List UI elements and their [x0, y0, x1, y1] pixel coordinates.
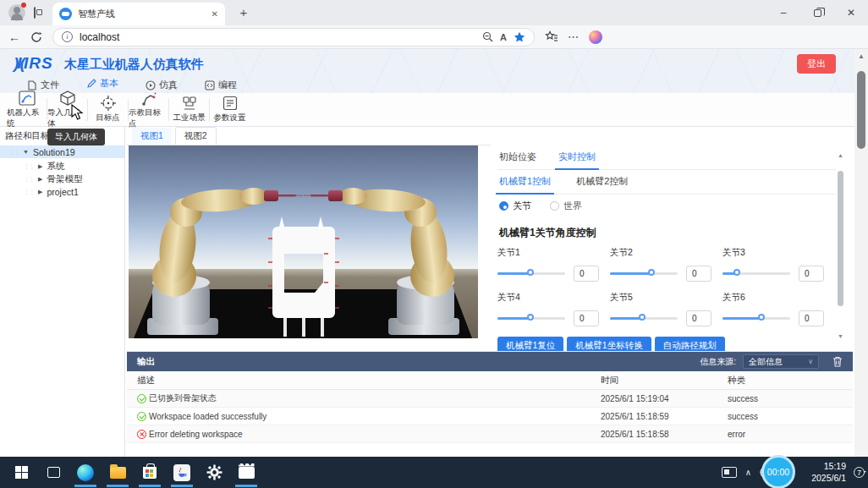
window-restore-button[interactable]	[800, 1, 834, 25]
start-button[interactable]	[5, 458, 37, 487]
toolbar-robot-system[interactable]: 机器人系统	[7, 90, 47, 129]
3d-viewport-canvas[interactable]	[129, 145, 478, 338]
table-row[interactable]: Error deleting workspace 2025/6/1 15:18:…	[127, 425, 853, 443]
system-tray: ∧ 00:00 15:19 2025/6/1 7	[722, 461, 868, 483]
notification-badge: 7	[854, 467, 865, 478]
tree-collapsed-icon[interactable]: ▶	[38, 176, 42, 183]
scroll-down-icon[interactable]: ▼	[838, 333, 843, 339]
joint-6-control: 关节6	[722, 287, 835, 326]
joint-5-input[interactable]	[686, 310, 711, 326]
clear-output-icon[interactable]	[832, 356, 843, 367]
app-header: )I(IRS 木星工业机器人仿真软件 登出 文件 基本 仿真 编程	[0, 49, 854, 93]
toolbar-teach-target-point[interactable]: 示教目标点	[129, 90, 168, 129]
clock-time: 15:19	[802, 461, 846, 472]
tab-realtime-control[interactable]: 实时控制	[558, 151, 596, 163]
tab-arm2-control[interactable]: 机械臂2控制	[576, 175, 628, 188]
site-info-icon[interactable]: i	[62, 31, 73, 42]
col-description: 描述	[127, 375, 601, 387]
collections-icon[interactable]	[545, 30, 558, 43]
tray-chevron-icon[interactable]: ∧	[745, 468, 751, 477]
copilot-icon[interactable]	[589, 30, 602, 44]
browser-tab[interactable]: 智慧产线 ✕	[52, 3, 225, 25]
toolbar-parameter-settings[interactable]: 参数设置	[210, 96, 250, 123]
joint-4-input[interactable]	[574, 310, 599, 326]
windows-taskbar: ∧ 00:00 15:19 2025/6/1 7	[0, 457, 868, 488]
joint-2-slider[interactable]	[610, 272, 678, 275]
v-scroll-thumb[interactable]	[838, 171, 843, 306]
scroll-up-icon[interactable]: ▲	[858, 52, 865, 60]
taskbar-explorer-icon[interactable]	[102, 458, 134, 487]
radio-world[interactable]: 世界	[550, 200, 582, 212]
panel-vertical-scrollbar[interactable]: ▲ ▼	[836, 151, 845, 341]
tree-item-system[interactable]: ⋮⋮ ▶ 系统	[0, 160, 124, 173]
favorite-star-icon[interactable]	[514, 31, 525, 43]
browser-menu-icon[interactable]: ⋯	[568, 30, 579, 43]
window-close-button[interactable]: ✕	[834, 1, 868, 25]
drag-handle-icon[interactable]: ⋮⋮	[24, 176, 34, 183]
screen-recorder-timer[interactable]: 00:00	[761, 455, 795, 488]
app-title: 木星工业机器人仿真软件	[64, 57, 204, 71]
table-row[interactable]: Workspace loaded successfully 2025/6/1 1…	[127, 408, 853, 425]
joint-1-slider[interactable]	[497, 272, 565, 275]
taskbar-settings-icon[interactable]	[198, 458, 230, 487]
page-scrollbar[interactable]: ▲	[854, 49, 868, 457]
joint-5-slider[interactable]	[610, 317, 678, 320]
toolbar-industrial-scene[interactable]: 工业场景	[169, 96, 209, 123]
read-aloud-icon[interactable]: A	[500, 32, 507, 42]
drag-handle-icon[interactable]: ⋮⋮	[24, 163, 34, 170]
tree-expanded-icon[interactable]: ▼	[23, 149, 29, 155]
tree-item-solution19[interactable]: ⋮⋮ ▼ Solution19	[0, 145, 124, 158]
taskbar-clock[interactable]: 00:00 15:19 2025/6/1	[802, 461, 846, 483]
joint-6-slider[interactable]	[722, 317, 790, 320]
taskbar-edge-icon[interactable]	[69, 458, 102, 487]
viewport-tab-2[interactable]: 视图2	[175, 127, 217, 145]
joint-4-slider[interactable]	[497, 317, 565, 320]
browser-profile-icon[interactable]	[8, 4, 25, 21]
tree-collapsed-icon[interactable]: ▶	[38, 189, 42, 195]
joint-3-slider[interactable]	[722, 272, 790, 275]
tab-initial-pose[interactable]: 初始位姿	[499, 151, 536, 163]
taskbar-store-icon[interactable]	[134, 458, 166, 487]
task-view-button[interactable]	[37, 458, 69, 487]
back-icon[interactable]: ←	[8, 30, 20, 44]
reload-icon[interactable]	[30, 31, 42, 43]
table-row[interactable]: 已切换到骨架状态 2025/6/1 15:19:04 success	[127, 390, 853, 408]
drag-handle-icon[interactable]: ⋮⋮	[8, 149, 19, 156]
url-text[interactable]: localhost	[80, 31, 475, 43]
dropdown-chevron-icon: ∨	[808, 358, 813, 365]
joint-3-control: 关节3	[722, 247, 835, 282]
widgets-icon[interactable]	[722, 467, 737, 478]
new-tab-icon[interactable]: +	[235, 1, 252, 24]
tree-collapsed-icon[interactable]: ▶	[38, 163, 42, 170]
joint-2-input[interactable]	[686, 266, 711, 282]
joint-1-input[interactable]	[574, 266, 599, 282]
window-minimize-button[interactable]: –	[766, 1, 800, 25]
menu-item-basic[interactable]: 基本	[83, 75, 122, 95]
url-bar[interactable]: i localhost A	[52, 28, 535, 47]
toolbar-target-point[interactable]: 目标点	[88, 96, 128, 123]
tab-arm1-control[interactable]: 机械臂1控制	[499, 175, 551, 188]
teach-arm-icon	[140, 90, 157, 106]
logout-button[interactable]: 登出	[797, 54, 836, 74]
page-scroll-thumb[interactable]	[857, 71, 865, 149]
radio-joint[interactable]: 关节	[499, 200, 531, 212]
clock-date: 2025/6/1	[802, 473, 846, 484]
joint-6-input[interactable]	[799, 310, 824, 326]
tree-item-skeleton-model[interactable]: ⋮⋮ ▶ 骨架模型	[0, 173, 124, 185]
app-logo: )I(IRS 木星工业机器人仿真软件	[14, 54, 204, 73]
source-dropdown[interactable]: 全部信息 ∨	[743, 354, 819, 369]
tab-close-icon[interactable]: ✕	[212, 3, 218, 25]
joint-3-input[interactable]	[799, 266, 824, 282]
workspaces-icon[interactable]	[34, 8, 36, 18]
taskbar-video-app-icon[interactable]	[230, 458, 262, 487]
tree-item-project1[interactable]: ⋮⋮ ▶ project1	[0, 185, 124, 198]
taskbar-java-app-icon[interactable]	[166, 458, 198, 487]
scroll-up-icon[interactable]: ▲	[838, 152, 843, 158]
viewport-tabstrip: 视图1 视图2	[127, 127, 491, 145]
output-table-header: 描述 时间 种类	[127, 371, 853, 390]
crosshair-icon	[101, 96, 116, 111]
drag-handle-icon[interactable]: ⋮⋮	[24, 189, 34, 195]
zoom-out-icon[interactable]	[482, 31, 493, 42]
menu-item-programming[interactable]: 编程	[201, 75, 240, 95]
viewport-tab-1[interactable]: 视图1	[132, 128, 172, 145]
